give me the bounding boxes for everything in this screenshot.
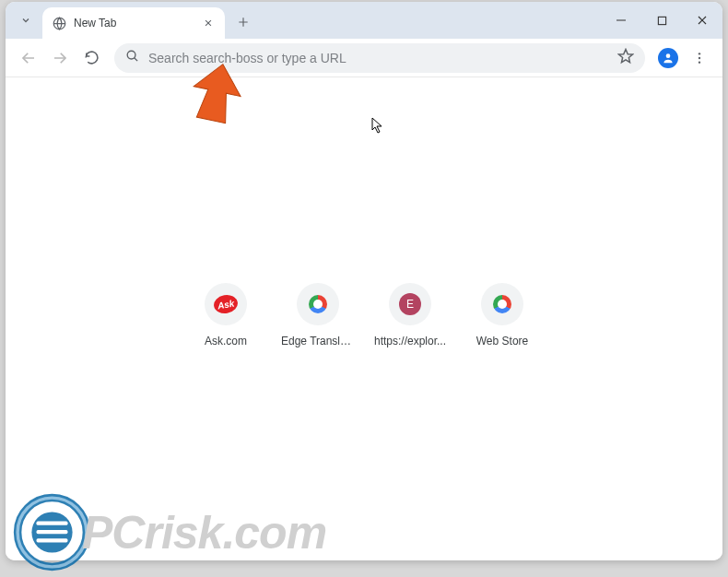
shortcut-label: Web Store: [476, 335, 528, 347]
new-tab-page: Ask Ask.com Edge Translate E https://exp…: [6, 77, 722, 560]
plus-icon: [237, 16, 250, 29]
chrome-icon: [309, 295, 327, 313]
svg-rect-23: [37, 522, 68, 525]
minimize-icon: [616, 15, 627, 26]
maximize-icon: [657, 16, 667, 26]
profile-button[interactable]: [654, 44, 682, 72]
window-controls: [601, 2, 722, 39]
letter-icon: E: [399, 293, 421, 315]
maximize-button[interactable]: [641, 5, 682, 36]
shortcut-web-store[interactable]: Web Store: [465, 283, 539, 347]
chevron-down-icon: [20, 15, 31, 26]
minimize-button[interactable]: [601, 5, 641, 36]
back-button[interactable]: [15, 44, 42, 72]
bookmark-button[interactable]: [617, 48, 634, 68]
tab-close-button[interactable]: [201, 16, 216, 30]
svg-line-13: [135, 58, 137, 61]
shortcut-icon-wrapper: E: [389, 283, 431, 325]
watermark-badge-icon: [13, 493, 91, 571]
new-tab-button[interactable]: [230, 9, 256, 35]
shortcut-icon-wrapper: Ask: [205, 283, 247, 325]
dots-vertical-icon: [692, 51, 707, 65]
shortcut-label: Ask.com: [205, 335, 247, 347]
reload-button[interactable]: [77, 44, 105, 72]
shortcut-label: Edge Translate: [281, 335, 355, 347]
svg-point-18: [699, 61, 700, 63]
shortcut-icon-wrapper: [481, 283, 523, 325]
close-icon: [697, 15, 708, 26]
close-icon: [204, 18, 213, 28]
svg-rect-25: [37, 538, 68, 542]
toolbar: [6, 39, 722, 77]
chrome-icon: [493, 295, 511, 313]
globe-icon: [52, 16, 66, 30]
svg-point-16: [699, 53, 700, 54]
svg-point-17: [699, 56, 700, 58]
ask-icon: Ask: [212, 293, 239, 315]
arrow-right-icon: [52, 50, 68, 66]
shortcut-explor[interactable]: E https://explor...: [373, 283, 447, 347]
menu-button[interactable]: [686, 44, 713, 72]
reload-icon: [84, 50, 100, 65]
forward-button[interactable]: [46, 44, 74, 72]
address-bar[interactable]: [114, 43, 645, 73]
search-icon: [125, 49, 139, 66]
shortcut-ask[interactable]: Ask Ask.com: [189, 283, 263, 347]
avatar-icon: [658, 48, 678, 68]
shortcut-icon-wrapper: [297, 283, 339, 325]
close-window-button[interactable]: [682, 5, 722, 36]
arrow-left-icon: [20, 50, 37, 66]
tab-title: New Tab: [74, 17, 201, 29]
svg-marker-14: [619, 49, 633, 62]
svg-rect-24: [37, 530, 68, 534]
tab-search-dropdown[interactable]: [13, 7, 39, 33]
svg-point-12: [127, 51, 135, 59]
star-icon: [617, 48, 634, 65]
shortcuts-grid: Ask Ask.com Edge Translate E https://exp…: [189, 283, 539, 347]
svg-rect-7: [658, 17, 665, 24]
tab-strip: New Tab: [6, 2, 722, 39]
shortcut-edge-translate[interactable]: Edge Translate: [281, 283, 355, 347]
watermark-text: PCrisk.com: [82, 506, 326, 559]
shortcut-label: https://explor...: [374, 335, 446, 347]
address-input[interactable]: [148, 51, 608, 65]
browser-window: New Tab: [6, 2, 722, 560]
svg-point-15: [666, 53, 671, 58]
active-tab[interactable]: New Tab: [42, 7, 225, 39]
watermark: PCrisk.com: [13, 493, 326, 571]
